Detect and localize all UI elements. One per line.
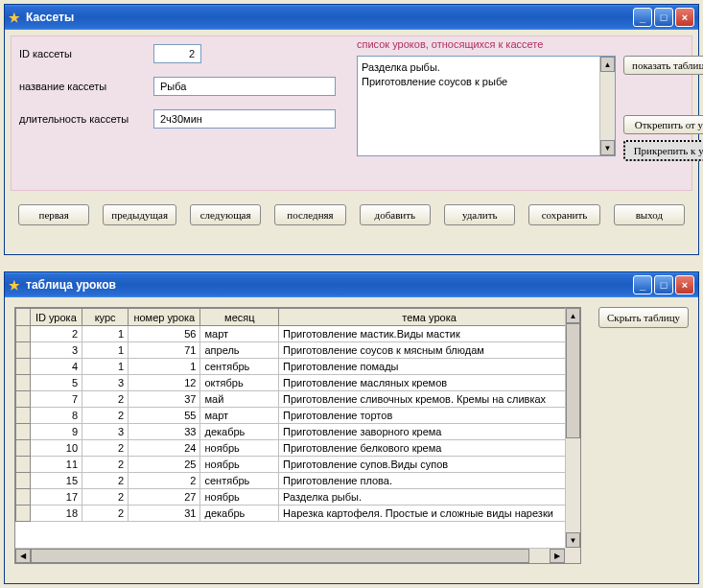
window-title-2: таблица уроков xyxy=(26,278,631,292)
table-row[interactable]: 8255мартПриготовление тортов xyxy=(16,408,580,424)
scroll-thumb[interactable] xyxy=(31,549,529,563)
name-label: название кассеты xyxy=(19,81,153,92)
scroll-corner xyxy=(565,548,580,563)
minimize-button[interactable]: _ xyxy=(633,8,652,27)
table-row[interactable]: 9333декабрьПриготовление заворного крема xyxy=(16,424,580,440)
list-item[interactable]: Разделка рыбы. xyxy=(362,60,611,75)
detach-button[interactable]: Открепить от урока xyxy=(623,115,703,134)
table-row[interactable]: 7237майПриготовление сливочных кремов. К… xyxy=(16,391,580,408)
scroll-down-icon[interactable]: ▼ xyxy=(600,140,615,155)
maximize-button[interactable]: □ xyxy=(654,8,673,27)
app-icon: ★ xyxy=(9,278,20,293)
nav-button-row: первая предыдущая следующая последняя до… xyxy=(5,197,698,233)
id-label: ID кассеты xyxy=(19,48,153,59)
column-header[interactable]: номер урока xyxy=(129,309,200,326)
delete-button[interactable]: удалить xyxy=(444,204,515,225)
listbox-scrollbar[interactable]: ▲ ▼ xyxy=(599,57,615,155)
window-title-1: Кассеты xyxy=(26,11,631,24)
table-row[interactable]: 1522сентябрьПриготовление плова. xyxy=(16,473,580,489)
lessons-listbox[interactable]: Разделка рыбы.Приготовление соусов к рыб… xyxy=(357,56,616,156)
horizontal-scrollbar[interactable]: ◀ ▶ xyxy=(15,548,565,563)
attach-button[interactable]: Прикрепить к уроку xyxy=(623,140,703,161)
scroll-up-icon[interactable]: ▲ xyxy=(600,57,615,72)
column-header[interactable]: месяц xyxy=(200,309,279,326)
lessons-table-window: ★ таблица уроков _ □ × ID урокакурсномер… xyxy=(4,271,699,584)
scroll-down-icon[interactable]: ▼ xyxy=(566,532,580,548)
name-field[interactable] xyxy=(153,77,336,96)
table-row[interactable]: 17227ноябрьРазделка рыбы. xyxy=(16,489,580,506)
last-button[interactable]: последняя xyxy=(274,204,345,225)
scroll-up-icon[interactable]: ▲ xyxy=(566,308,580,323)
duration-label: длительность кассеты xyxy=(19,113,153,125)
list-label: список уроков, относящихся к кассете xyxy=(357,38,543,50)
scroll-left-icon[interactable]: ◀ xyxy=(15,549,31,563)
cassettes-window: ★ Кассеты _ □ × ID кассеты название касс… xyxy=(4,4,699,255)
next-button[interactable]: следующая xyxy=(190,204,261,225)
column-header[interactable]: курс xyxy=(82,309,129,326)
app-icon: ★ xyxy=(9,11,20,25)
titlebar-2[interactable]: ★ таблица уроков _ □ × xyxy=(5,272,698,297)
first-button[interactable]: первая xyxy=(18,204,89,225)
lessons-grid[interactable]: ID урокакурсномер урокамесяцтема урока 2… xyxy=(14,307,581,564)
titlebar-1[interactable]: ★ Кассеты _ □ × xyxy=(5,5,698,30)
vertical-scrollbar[interactable]: ▲ ▼ xyxy=(565,308,580,548)
close-button[interactable]: × xyxy=(675,8,694,27)
column-header[interactable]: тема урока xyxy=(279,309,580,326)
maximize-button[interactable]: □ xyxy=(654,275,673,294)
table-row[interactable]: 411сентябрьПриготовление помады xyxy=(16,359,580,375)
add-button[interactable]: добавить xyxy=(360,204,431,225)
list-item[interactable]: Приготовление соусов к рыбе xyxy=(362,75,611,89)
exit-button[interactable]: выход xyxy=(614,204,685,225)
table-row[interactable]: 3171апрельПриготовление соусов к мясным … xyxy=(16,342,580,359)
form-panel: ID кассеты название кассеты длительность… xyxy=(11,35,692,191)
prev-button[interactable]: предыдущая xyxy=(103,204,176,225)
table-row[interactable]: 10224ноябрьПриготовление белкового крема xyxy=(16,440,580,457)
scroll-right-icon[interactable]: ▶ xyxy=(550,549,565,563)
table-row[interactable]: 18231декабрьНарезка картофеля. Простые и… xyxy=(16,506,580,522)
table-row[interactable]: 5312октябрьПриготовление масляных кремов xyxy=(16,375,580,391)
duration-field[interactable] xyxy=(153,109,336,129)
id-field[interactable] xyxy=(153,44,201,63)
minimize-button[interactable]: _ xyxy=(633,275,652,294)
table-row[interactable]: 2156мартПриготовление мастик.Виды мастик xyxy=(16,326,580,342)
scroll-thumb[interactable] xyxy=(566,323,580,438)
save-button[interactable]: сохранить xyxy=(528,204,599,225)
close-button[interactable]: × xyxy=(675,275,694,294)
column-header[interactable]: ID урока xyxy=(30,309,82,326)
table-row[interactable]: 11225ноябрьПриготовление супов.Виды супо… xyxy=(16,457,580,473)
hide-table-button[interactable]: Скрыть таблицу xyxy=(598,307,689,328)
show-table-button[interactable]: показать таблицу уроков xyxy=(623,56,703,75)
